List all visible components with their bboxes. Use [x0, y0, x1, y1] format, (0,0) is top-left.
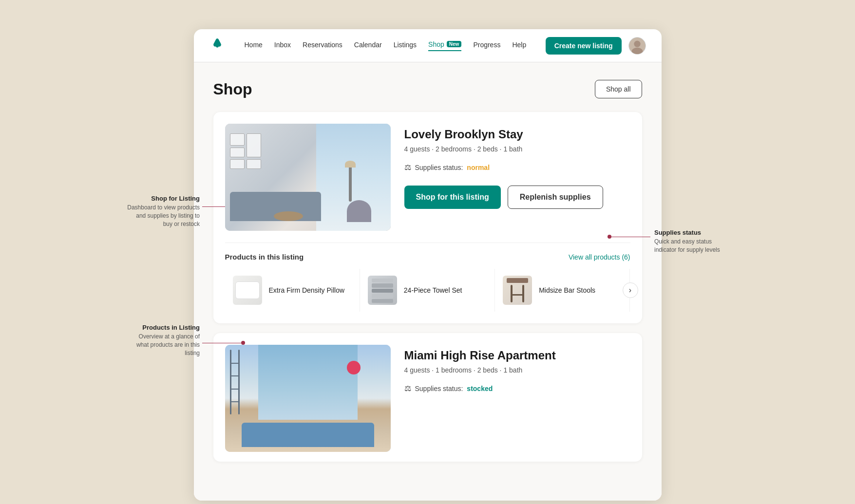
- nav-link-progress[interactable]: Progress: [473, 41, 500, 51]
- svg-point-1: [634, 40, 640, 47]
- products-next-button[interactable]: ›: [623, 282, 638, 298]
- nav-link-inbox[interactable]: Inbox: [274, 41, 291, 51]
- products-in-listing-title: Products in this listing: [225, 253, 304, 261]
- annotation-shop-for-listing-title: Shop for Listing: [151, 195, 200, 202]
- supplies-status-brooklyn: normal: [467, 164, 490, 171]
- annotation-supplies-status-desc: Quick and easy status indicator for supp…: [654, 238, 732, 254]
- product-item-stool[interactable]: Midsize Bar Stools: [495, 269, 630, 312]
- product-item-pillow[interactable]: Extra Firm Density Pillow: [225, 269, 360, 312]
- shop-all-button[interactable]: Shop all: [595, 80, 642, 98]
- replenish-supplies-button-brooklyn[interactable]: Replenish supplies: [508, 186, 603, 209]
- page-title: Shop: [213, 80, 252, 98]
- nav-link-help[interactable]: Help: [512, 41, 526, 51]
- nav-logo[interactable]: [209, 37, 225, 55]
- supplies-icon-brooklyn: ⚖: [404, 163, 411, 172]
- product-thumb-stool: [503, 276, 532, 305]
- annotation-shop-for-listing-desc: Dashboard to view products and supplies …: [127, 204, 200, 228]
- nav-badge-new: New: [447, 41, 462, 47]
- product-thumb-pillow: [233, 276, 262, 305]
- view-all-products-link[interactable]: View all products (6): [569, 253, 630, 261]
- supplies-label-brooklyn: Supplies status:: [415, 164, 463, 171]
- listing-meta-miami: 4 guests · 1 bedrooms · 2 beds · 1 bath: [404, 366, 630, 374]
- annotation-supplies-status-title: Supplies status: [654, 229, 701, 236]
- listing-image-brooklyn: [225, 124, 391, 231]
- annotation-products-title: Products in Listing: [142, 324, 200, 331]
- supplies-icon-miami: ⚖: [404, 384, 411, 393]
- shop-for-listing-button-brooklyn[interactable]: Shop for this listing: [404, 186, 501, 209]
- avatar[interactable]: [628, 37, 646, 55]
- listing-card-brooklyn: Lovely Brooklyn Stay 4 guests · 2 bedroo…: [213, 112, 642, 323]
- nav-link-home[interactable]: Home: [245, 41, 263, 51]
- product-name-towel: 24-Piece Towel Set: [404, 286, 462, 294]
- nav-link-reservations[interactable]: Reservations: [303, 41, 342, 51]
- app-frame: Home Inbox Reservations Calendar Listing…: [194, 29, 662, 501]
- product-thumb-towel: [368, 276, 397, 305]
- annotation-products-desc: Overview at a glance of what products ar…: [127, 333, 200, 357]
- nav-link-shop[interactable]: Shop New: [428, 40, 461, 51]
- listing-name-brooklyn: Lovely Brooklyn Stay: [404, 128, 630, 141]
- supplies-status-miami: stocked: [467, 385, 493, 392]
- listing-image-miami: [225, 345, 391, 452]
- product-item-towel[interactable]: 24-Piece Towel Set: [360, 269, 495, 312]
- nav-link-listings[interactable]: Listings: [394, 41, 417, 51]
- product-name-stool: Midsize Bar Stools: [539, 286, 595, 294]
- create-new-listing-button[interactable]: Create new listing: [546, 37, 622, 55]
- product-name-pillow: Extra Firm Density Pillow: [269, 286, 345, 294]
- nav-link-calendar[interactable]: Calendar: [354, 41, 382, 51]
- listing-meta-brooklyn: 4 guests · 2 bedrooms · 2 beds · 1 bath: [404, 145, 630, 153]
- listing-name-miami: Miami High Rise Apartment: [404, 349, 630, 362]
- navbar: Home Inbox Reservations Calendar Listing…: [194, 29, 662, 62]
- nav-shop-label: Shop: [428, 40, 444, 48]
- supplies-label-miami: Supplies status:: [415, 385, 463, 392]
- listing-card-miami: Miami High Rise Apartment 4 guests · 1 b…: [213, 333, 642, 462]
